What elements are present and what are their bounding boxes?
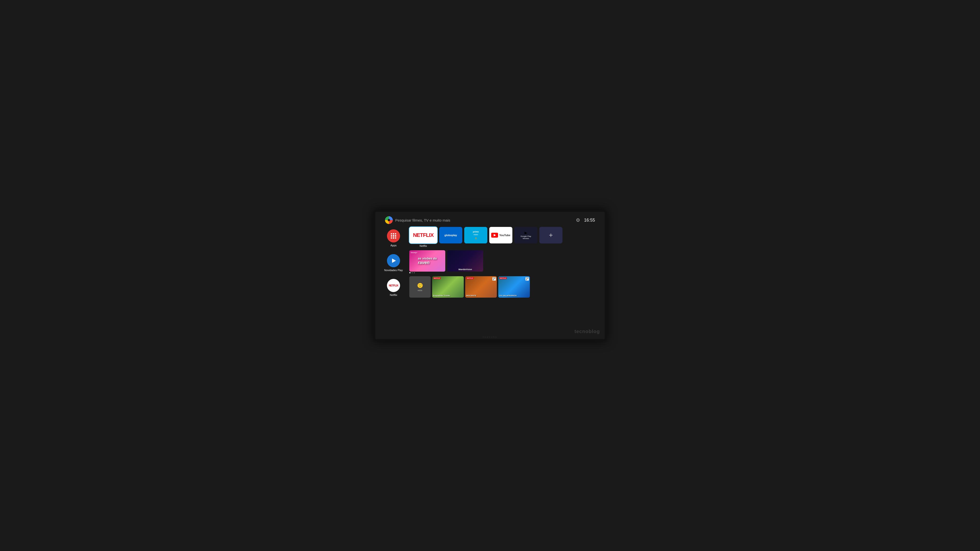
app-tile-add[interactable]: + xyxy=(539,227,562,243)
samsung-brand: SAMSUNG xyxy=(482,336,497,338)
clock: 16:55 xyxy=(584,218,595,223)
netflix-tile-label: Netflix xyxy=(420,245,427,247)
apps-circle xyxy=(387,229,400,243)
app-tile-globoplay-wrapper: globoplay xyxy=(439,227,462,243)
app-tile-netflix-wrapper: NETFLIX Netflix xyxy=(409,227,437,247)
google-play-icon: ▶ xyxy=(525,231,527,235)
raven-thumb[interactable]: Disney+ as visões daraven xyxy=(409,250,445,272)
top10-badge-salafarios: TOP10 xyxy=(525,277,529,281)
app-tile-netflix[interactable]: NETFLIX xyxy=(409,227,437,243)
netflix-logo: NETFLIX xyxy=(413,232,434,238)
os-salafarios-thumb[interactable]: OS SALAFRÁRIOS NETFLIX TOP10 xyxy=(498,276,530,298)
main-content: Apps Novidades Play NETFLIX Netflix xyxy=(375,227,605,339)
header-right: ⚙ 16:55 xyxy=(576,217,595,223)
youtube-text: YouTube xyxy=(499,234,510,237)
app-tile-prime[interactable]: prime video ∧ xyxy=(464,227,487,243)
raven-title-overlay: as visões daraven xyxy=(418,257,436,265)
watermark: tecnoblog xyxy=(574,329,600,334)
salafarios-bg: OS SALAFRÁRIOS xyxy=(498,276,530,298)
grid-dot xyxy=(395,235,396,237)
ga-inner xyxy=(388,219,390,221)
app-tile-add-wrapper: + xyxy=(539,227,562,243)
novidades-play-row: Disney+ as visões daraven WandaVision xyxy=(409,250,600,272)
grid-dot xyxy=(395,233,396,235)
tv-screen: Pesquisar filmes, TV e muito mais ⚙ 16:5… xyxy=(375,212,605,339)
sidebar-item-netflix-label: Netflix xyxy=(390,294,398,296)
app-tile-google-play-wrapper: ▶ Google PlayMovies xyxy=(514,227,538,243)
sidebar-item-apps[interactable]: Apps xyxy=(387,229,400,247)
dot-inactive-1 xyxy=(412,272,413,273)
novidades-play-section: Disney+ as visões daraven WandaVision xyxy=(409,250,600,273)
app-tile-google-play[interactable]: ▶ Google PlayMovies xyxy=(514,227,538,243)
inocente-thumb[interactable]: INOCENTE NETFLIX TOP10 xyxy=(465,276,497,298)
app-tile-youtube[interactable]: YouTube xyxy=(489,227,512,243)
netflix-circle: NETFLIX xyxy=(387,279,400,292)
play-circle xyxy=(387,254,400,267)
wandavision-title: WandaVision xyxy=(447,268,483,271)
netflix-small-logo: NETFLIX xyxy=(389,284,398,287)
grid-dot xyxy=(393,237,394,238)
sidebar-item-novidades-label: Novidades Play xyxy=(384,269,403,272)
tv-frame: Pesquisar filmes, TV e muito mais ⚙ 16:5… xyxy=(373,210,607,341)
grid-dot xyxy=(391,237,392,238)
grid-dot xyxy=(391,235,392,237)
sidebar-item-novidades-play[interactable]: Novidades Play xyxy=(384,254,403,272)
netflix-badge-inocente: NETFLIX xyxy=(466,277,474,279)
grid-dot xyxy=(395,237,396,238)
sidebar-item-apps-label: Apps xyxy=(390,244,396,247)
youtube-play-button xyxy=(491,233,498,238)
google-assistant-icon xyxy=(385,216,393,224)
disney-label: Disney+ xyxy=(411,252,417,253)
wandavision-thumb[interactable]: WandaVision xyxy=(447,250,483,272)
app-tile-youtube-wrapper: YouTube xyxy=(489,227,512,243)
esquadrao-title: Esquadrão Trovão xyxy=(433,294,463,297)
esquadrao-trovao-thumb[interactable]: Esquadrão Trovão NETFLIX xyxy=(432,276,464,298)
prime-text-top: prime xyxy=(473,230,479,233)
section-dots xyxy=(409,272,600,273)
google-play-text: Google PlayMovies xyxy=(520,235,531,240)
esquadrao-bg: Esquadrão Trovão xyxy=(432,276,464,298)
add-plus-icon: + xyxy=(549,231,553,239)
inocente-title: INOCENTE xyxy=(466,294,496,297)
prime-text-bottom: video xyxy=(474,233,478,236)
netflix-section: 🙂 KIDS Esquadrão Trovão NETFLIX INOCENTE xyxy=(409,276,600,298)
content-area: NETFLIX Netflix globoplay prime xyxy=(407,227,600,337)
grid-icon xyxy=(391,233,396,238)
prime-arrow-icon: ∧ xyxy=(475,236,477,240)
salafarios-title: OS SALAFRÁRIOS xyxy=(499,294,529,297)
apps-row: NETFLIX Netflix globoplay prime xyxy=(409,227,600,247)
netflix-kids-tile[interactable]: 🙂 KIDS xyxy=(409,276,431,298)
dot-inactive-2 xyxy=(414,272,415,273)
netflix-badge-salafarios: NETFLIX xyxy=(499,277,507,279)
search-text: Pesquisar filmes, TV e muito mais xyxy=(395,218,450,222)
youtube-play-arrow xyxy=(494,234,496,237)
grid-dot xyxy=(393,235,394,237)
kids-text: KIDS xyxy=(418,289,422,292)
netflix-badge-esquadrao: NETFLIX xyxy=(433,277,441,279)
play-triangle-icon xyxy=(392,259,396,263)
settings-icon[interactable]: ⚙ xyxy=(576,217,580,223)
globoplay-logo: globoplay xyxy=(445,234,457,237)
search-bar[interactable]: Pesquisar filmes, TV e muito mais xyxy=(385,216,450,224)
kids-icon: 🙂 xyxy=(417,283,423,288)
sidebar-item-netflix[interactable]: NETFLIX Netflix xyxy=(387,279,400,296)
sidebar: Apps Novidades Play NETFLIX Netflix xyxy=(380,227,407,337)
inocente-bg: INOCENTE xyxy=(465,276,497,298)
app-tile-globoplay[interactable]: globoplay xyxy=(439,227,462,243)
grid-dot xyxy=(391,233,392,235)
dot-active xyxy=(409,272,410,273)
header: Pesquisar filmes, TV e muito mais ⚙ 16:5… xyxy=(375,212,605,227)
grid-dot xyxy=(393,233,394,235)
app-tile-prime-wrapper: prime video ∧ xyxy=(464,227,487,243)
top10-badge-inocente: TOP10 xyxy=(492,277,496,281)
